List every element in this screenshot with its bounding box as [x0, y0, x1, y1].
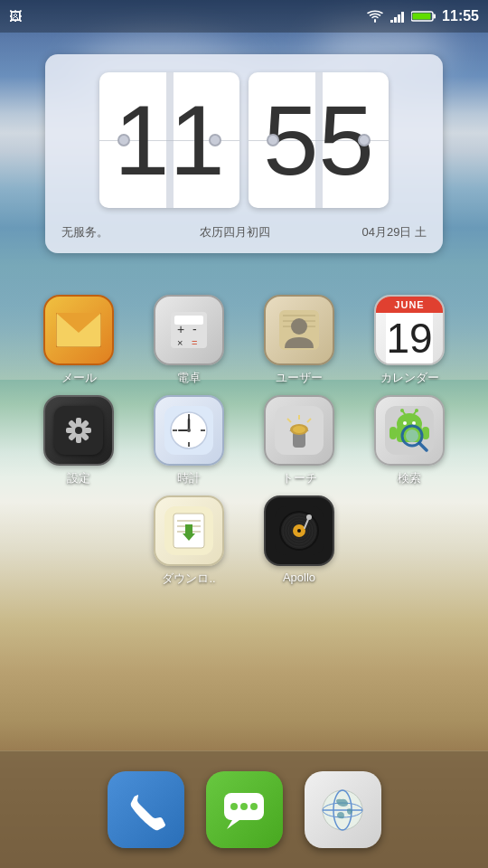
- svg-point-86: [250, 803, 258, 810]
- user-icon-container: [264, 295, 334, 365]
- svg-marker-83: [227, 820, 239, 829]
- cal-header: JUNE: [376, 297, 443, 313]
- app-download[interactable]: ダウンロ..: [140, 495, 238, 587]
- calendar-label: カレンダー: [380, 370, 439, 386]
- app-clock[interactable]: 時計: [140, 395, 238, 486]
- apollo-label: Apollo: [283, 571, 315, 584]
- settings-icon: [43, 395, 114, 466]
- svg-point-46: [293, 426, 305, 433]
- dock-sms[interactable]: [206, 771, 283, 848]
- search-icon-container: [374, 395, 445, 466]
- svg-point-81: [306, 514, 312, 520]
- svg-rect-2: [398, 14, 400, 23]
- svg-point-58: [415, 409, 418, 412]
- mail-icon: [43, 295, 114, 365]
- status-bar: 🖼 11:55: [0, 0, 488, 33]
- svg-rect-6: [413, 14, 431, 20]
- wifi-icon: [366, 9, 384, 24]
- signal-icon: [389, 9, 406, 24]
- svg-rect-5: [434, 14, 436, 19]
- svg-point-57: [400, 409, 404, 412]
- minute-card: 55: [249, 72, 389, 208]
- svg-rect-32: [66, 428, 73, 433]
- clock-info: 无服务。 农历四月初四 04月29日 土: [54, 224, 434, 241]
- dock: [0, 750, 488, 868]
- app-search[interactable]: 検索: [361, 395, 458, 486]
- dock-browser[interactable]: [305, 771, 381, 848]
- app-calc[interactable]: + - × = 電卓: [140, 295, 238, 386]
- app-row-2: 設定 時計: [18, 395, 470, 486]
- svg-point-25: [75, 427, 82, 434]
- svg-point-84: [230, 803, 238, 810]
- status-left: 🖼: [9, 9, 22, 24]
- battery-icon: [411, 10, 436, 23]
- app-user[interactable]: ユーザー: [250, 295, 348, 386]
- calc-icon: + - × =: [154, 295, 224, 365]
- search-label: 検索: [398, 470, 421, 486]
- app-row-1: メール + - × = 電卓: [18, 295, 470, 386]
- download-label: ダウンロ..: [162, 571, 215, 587]
- svg-point-22: [291, 318, 307, 335]
- clock-icon: [154, 395, 224, 466]
- ring-left-m: [267, 134, 279, 146]
- clock-label: 時計: [177, 470, 201, 486]
- clock-widget: 11 55 无服务。 农历四月初四 04月29日 土: [45, 54, 443, 253]
- svg-text:+: +: [177, 322, 184, 336]
- ring-right-m: [358, 134, 371, 146]
- svg-text:-: -: [192, 322, 197, 336]
- svg-point-79: [297, 529, 301, 533]
- svg-text:=: =: [192, 337, 197, 348]
- user-label: ユーザー: [276, 370, 323, 386]
- phone-icon: [108, 771, 184, 848]
- svg-rect-1: [394, 17, 397, 23]
- app-settings[interactable]: 設定: [30, 395, 127, 486]
- svg-text:×: ×: [177, 337, 183, 348]
- svg-point-85: [240, 803, 248, 810]
- settings-label: 設定: [67, 470, 90, 486]
- sms-icon: [206, 771, 283, 848]
- svg-point-54: [412, 421, 416, 425]
- app-mail[interactable]: メール: [30, 295, 127, 386]
- download-icon: [154, 495, 224, 566]
- app-torch[interactable]: トーチ: [250, 395, 348, 486]
- torch-label: トーチ: [282, 470, 317, 486]
- date-text: 04月29日 土: [361, 224, 427, 241]
- hour-card: 11: [99, 72, 239, 208]
- svg-rect-26: [76, 418, 81, 425]
- calendar-icon: JUNE 19: [374, 295, 445, 365]
- app-calendar[interactable]: JUNE 19 カレンダー: [361, 295, 458, 386]
- svg-point-53: [403, 421, 407, 425]
- lunar-text: 农历四月初四: [200, 224, 270, 241]
- svg-point-42: [187, 429, 191, 432]
- svg-rect-0: [390, 20, 393, 23]
- ring-right-h: [209, 134, 221, 146]
- status-right: 11:55: [366, 8, 479, 24]
- app-row-3: ダウンロ..: [18, 495, 470, 587]
- svg-rect-59: [389, 427, 397, 439]
- svg-rect-30: [76, 436, 81, 443]
- calc-label: 電卓: [177, 370, 201, 386]
- svg-rect-70: [185, 524, 192, 535]
- apollo-icon: [264, 495, 334, 566]
- svg-point-62: [406, 429, 418, 442]
- svg-rect-3: [401, 12, 404, 23]
- ring-left-h: [117, 134, 130, 146]
- dock-phone[interactable]: [108, 771, 184, 848]
- app-apollo[interactable]: Apollo: [250, 495, 348, 587]
- photo-icon: 🖼: [9, 9, 22, 24]
- torch-icon: [264, 395, 334, 466]
- service-text: 无服务。: [61, 224, 108, 241]
- cal-day: 19: [386, 313, 432, 363]
- status-time: 11:55: [442, 8, 479, 24]
- app-grid: メール + - × = 電卓: [0, 280, 488, 746]
- svg-rect-28: [84, 428, 91, 433]
- browser-icon: [305, 771, 381, 848]
- clock-digits: 11 55: [99, 63, 389, 217]
- mail-label: メール: [61, 370, 97, 386]
